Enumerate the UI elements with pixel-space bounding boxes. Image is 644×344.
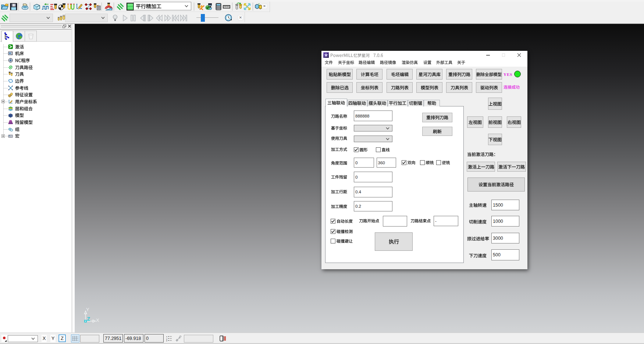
- svg-text:Y: Y: [86, 307, 89, 312]
- svg-text:z: z: [166, 340, 167, 342]
- svg-text:Z: Z: [87, 316, 90, 322]
- svg-text:X: X: [96, 317, 99, 323]
